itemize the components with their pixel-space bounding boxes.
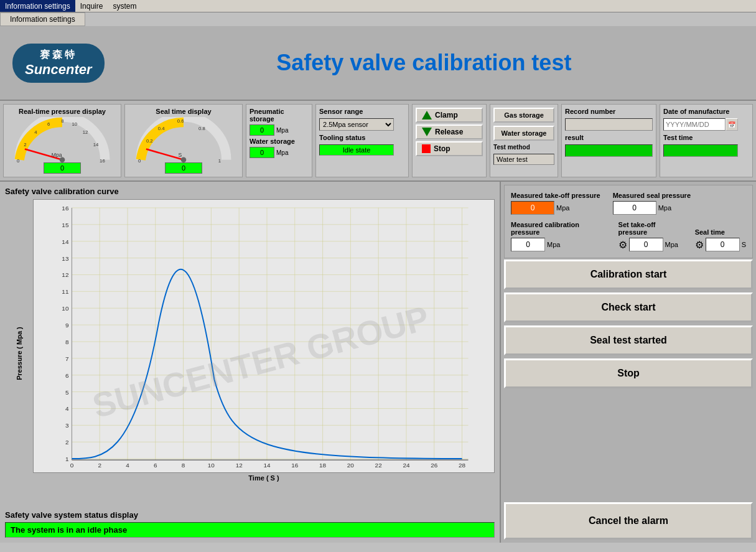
svg-text:14: 14 <box>263 462 271 469</box>
water-storage-value[interactable] <box>250 147 274 158</box>
svg-text:6: 6 <box>65 372 69 379</box>
tooling-status-value: Idle state <box>319 144 394 156</box>
check-start-button[interactable]: Check start <box>504 292 753 322</box>
svg-text:12: 12 <box>62 271 69 278</box>
record-number-input[interactable] <box>565 118 653 131</box>
stop-button[interactable]: Stop <box>504 358 753 388</box>
seal-time-value-row <box>165 162 202 174</box>
measured-calibration-input[interactable] <box>511 238 545 251</box>
seal-mpa-unit: Mpa <box>658 204 671 212</box>
measured-takeoff-input[interactable] <box>511 201 554 215</box>
svg-text:10: 10 <box>208 462 215 469</box>
release-button[interactable]: Release <box>416 124 483 139</box>
menu-item-system[interactable]: system <box>108 0 141 12</box>
svg-text:6: 6 <box>47 121 50 127</box>
date-of-manufacture-label: Date of manufacture <box>663 108 749 115</box>
realtime-pressure-value[interactable] <box>44 162 81 174</box>
tooling-status-label: Tooling status <box>319 134 405 141</box>
release-icon <box>422 128 432 136</box>
logo-area: 赛森特 Suncenter <box>12 44 105 83</box>
svg-text:8: 8 <box>65 339 69 345</box>
seal-time-right-label: Seal time <box>695 228 746 236</box>
svg-text:10: 10 <box>62 305 69 312</box>
menu-bar: Information settings Inquire system <box>0 0 756 12</box>
svg-text:2: 2 <box>98 462 101 469</box>
svg-text:1: 1 <box>218 158 221 162</box>
dropdown-information-settings[interactable]: Information settings <box>1 13 85 26</box>
clamp-button[interactable]: Clamp <box>416 108 483 123</box>
measured-takeoff-input-row: Mpa <box>511 201 600 215</box>
svg-text:0.6: 0.6 <box>177 118 184 124</box>
seal-test-started-button[interactable]: Seal test started <box>504 325 753 355</box>
svg-text:16: 16 <box>100 158 105 162</box>
svg-text:16: 16 <box>62 205 69 212</box>
chart-title: Safety valve calibration curve <box>5 187 495 196</box>
water-storage-button[interactable]: Water storage <box>493 126 554 141</box>
menu-item-inquire[interactable]: Inquire <box>75 0 108 12</box>
menu-item-information-settings[interactable]: Information settings <box>0 0 75 12</box>
svg-text:0.2: 0.2 <box>146 138 153 144</box>
svg-text:SUNCENTER GROUP: SUNCENTER GROUP <box>88 298 433 425</box>
seal-time-input[interactable] <box>706 238 740 251</box>
pneumatic-storage-value[interactable] <box>250 124 274 136</box>
takeoff-mpa-unit: Mpa <box>556 204 569 212</box>
stop-small-button[interactable]: Stop <box>416 141 483 156</box>
record-number-label: Record number <box>565 108 653 115</box>
svg-text:16: 16 <box>291 462 299 469</box>
svg-text:8: 8 <box>61 118 63 124</box>
chart-wrapper: Pressure ( Mpa ) <box>5 199 495 507</box>
logo-box: 赛森特 Suncenter <box>12 44 105 83</box>
measured-seal-input[interactable] <box>613 201 656 215</box>
test-time-input[interactable]: YYYY/MM/DD <box>663 144 738 157</box>
seal-time-value[interactable] <box>165 162 202 174</box>
result-value <box>565 144 653 157</box>
svg-text:10: 10 <box>72 121 77 127</box>
svg-text:28: 28 <box>459 462 466 469</box>
svg-text:12: 12 <box>236 462 243 469</box>
main-content: Safety valve calibration curve Pressure … <box>0 182 756 543</box>
seal-time-spinner-icon: ⚙ <box>695 239 704 251</box>
stop-icon <box>422 144 431 153</box>
logo-english: Suncenter <box>25 62 92 78</box>
release-label: Release <box>435 128 463 136</box>
gauge-section: Real-time pressure display 0 2 4 6 8 10 … <box>0 101 756 182</box>
svg-text:4: 4 <box>65 405 69 412</box>
control-buttons-panel: Clamp Release Stop <box>412 104 487 177</box>
svg-text:8: 8 <box>182 462 185 469</box>
sensor-range-select[interactable]: 2.5Mpa sensor 5Mpa sensor 10Mpa sensor <box>319 118 394 131</box>
realtime-pressure-gauge: 0 2 4 6 8 10 12 14 16 Mpa <box>6 117 118 162</box>
svg-text:11: 11 <box>62 288 69 295</box>
result-label: result <box>565 134 653 141</box>
svg-text:0.8: 0.8 <box>198 126 205 131</box>
date-calendar-button[interactable]: 📅 <box>726 118 738 131</box>
date-panel: Date of manufacture 📅 Test time YYYY/MM/… <box>660 104 753 177</box>
set-takeoff-input[interactable] <box>629 238 663 251</box>
svg-text:22: 22 <box>375 462 383 469</box>
title-area: Safety valve calibration test <box>105 50 744 76</box>
svg-text:20: 20 <box>347 462 355 469</box>
logo-chinese: 赛森特 <box>40 49 77 62</box>
svg-text:0.4: 0.4 <box>158 126 165 131</box>
seal-time-input-row: ⚙ S <box>695 238 746 251</box>
gas-storage-button[interactable]: Gas storage <box>493 108 554 123</box>
calibration-start-button[interactable]: Calibration start <box>504 260 753 289</box>
cancel-alarm-button[interactable]: Cancel the alarm <box>504 502 753 540</box>
chart-area: Safety valve calibration curve Pressure … <box>0 182 501 543</box>
set-takeoff-input-row: ⚙ Mpa <box>618 238 686 251</box>
seal-time-gauge: 0 0.2 0.4 0.6 0.8 1 S <box>128 117 240 162</box>
measured-calibration-field: Measured calibration pressure Mpa <box>511 221 609 251</box>
date-of-manufacture-input[interactable] <box>663 118 726 131</box>
sensor-range-label: Sensor range <box>319 108 405 115</box>
water-storage-unit: Mpa <box>276 149 288 156</box>
realtime-pressure-value-row <box>44 162 81 174</box>
svg-text:26: 26 <box>431 462 438 469</box>
y-axis-label-container: Pressure ( Mpa ) <box>5 199 33 507</box>
chart-inner: 16 15 14 13 12 11 10 9 8 7 6 5 4 3 2 1 <box>33 199 495 507</box>
svg-text:6: 6 <box>154 462 157 469</box>
set-takeoff-mpa-unit: Mpa <box>665 241 678 248</box>
test-method-label: Test method <box>493 144 554 151</box>
svg-text:1: 1 <box>65 456 69 462</box>
svg-text:12: 12 <box>83 129 88 135</box>
clamp-label: Clamp <box>435 111 458 119</box>
svg-text:5: 5 <box>65 389 69 396</box>
